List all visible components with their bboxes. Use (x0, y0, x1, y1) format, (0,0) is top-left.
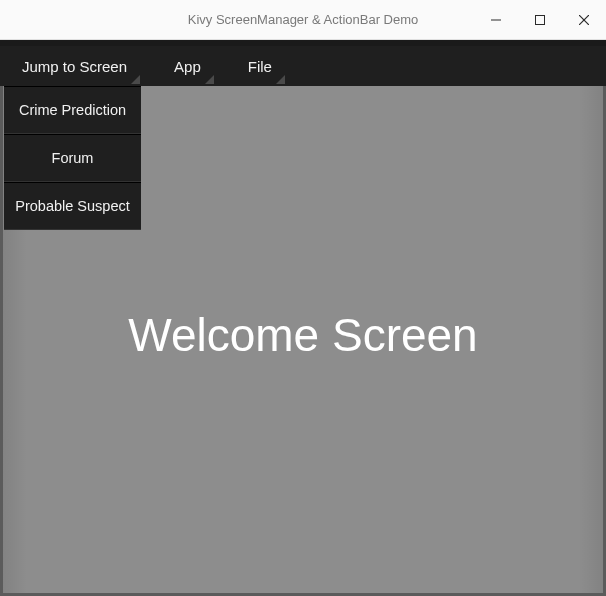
window-title: Kivy ScreenManager & ActionBar Demo (188, 12, 419, 27)
dropdown-item-forum[interactable]: Forum (4, 134, 141, 182)
minimize-icon (491, 15, 501, 25)
dropdown-label: Probable Suspect (15, 198, 129, 214)
menu-label: Jump to Screen (22, 58, 127, 75)
jump-to-screen-dropdown: Crime Prediction Forum Probable Suspect (4, 86, 141, 230)
maximize-icon (535, 15, 545, 25)
window-controls (474, 0, 606, 39)
dropdown-label: Crime Prediction (19, 102, 126, 118)
menu-file[interactable]: File (240, 46, 293, 86)
dropdown-item-probable-suspect[interactable]: Probable Suspect (4, 182, 141, 230)
menu-label: App (174, 58, 201, 75)
chevron-down-icon (131, 75, 140, 84)
menu-app[interactable]: App (166, 46, 222, 86)
actionbar: Jump to Screen App File (0, 46, 606, 86)
menu-label: File (248, 58, 272, 75)
maximize-button[interactable] (518, 0, 562, 40)
chevron-down-icon (205, 75, 214, 84)
svg-rect-1 (536, 15, 545, 24)
dropdown-label: Forum (52, 150, 94, 166)
close-icon (579, 15, 589, 25)
chevron-down-icon (276, 75, 285, 84)
welcome-heading: Welcome Screen (128, 308, 477, 362)
titlebar: Kivy ScreenManager & ActionBar Demo (0, 0, 606, 40)
dropdown-item-crime-prediction[interactable]: Crime Prediction (4, 86, 141, 134)
close-button[interactable] (562, 0, 606, 40)
menu-jump-to-screen[interactable]: Jump to Screen (14, 46, 148, 86)
minimize-button[interactable] (474, 0, 518, 40)
app-window: Kivy ScreenManager & ActionBar Demo Jump… (0, 0, 606, 596)
